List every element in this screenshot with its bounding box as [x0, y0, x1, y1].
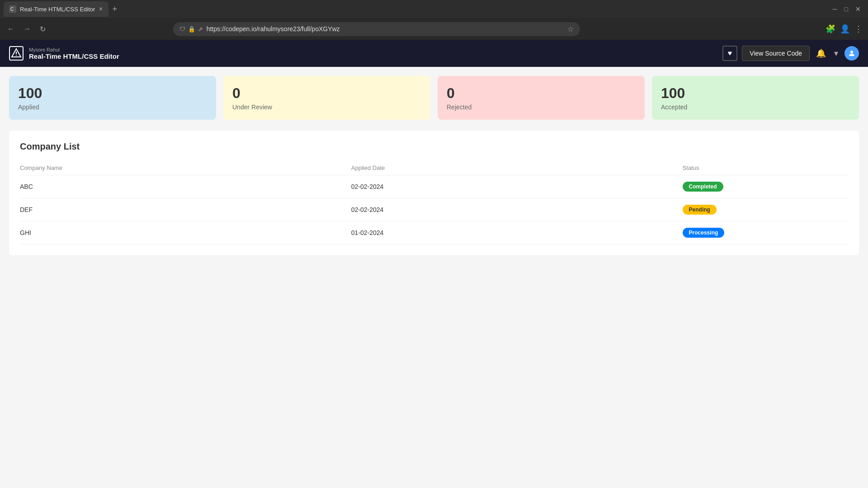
stat-number-2: 0 — [447, 85, 636, 102]
extensions-icon[interactable]: 🧩 — [826, 24, 835, 34]
table-row: GHI 01-02-2024 Processing — [20, 221, 848, 244]
stat-label-1: Under Review — [232, 103, 421, 111]
user-avatar[interactable] — [844, 46, 859, 61]
status-badge-0: Completed — [683, 182, 723, 192]
logo-subtitle: Mysore Rahul — [29, 47, 119, 52]
svg-point-5 — [850, 51, 853, 53]
status-cell-2: Processing — [683, 221, 848, 244]
security-icons: 🛡 🔒 ⇗ — [179, 26, 203, 33]
svg-text:C: C — [10, 7, 14, 12]
col-header-status: Status — [683, 161, 848, 175]
stat-label-2: Rejected — [447, 103, 636, 111]
stats-grid: 100 Applied 0 Under Review 0 Rejected 10… — [9, 76, 859, 120]
stat-label-0: Applied — [18, 103, 207, 111]
applied-date-2: 01-02-2024 — [351, 221, 683, 244]
bookmark-icon[interactable]: ☆ — [567, 25, 574, 33]
lock-icon: 🔒 — [188, 26, 195, 33]
stat-number-3: 100 — [661, 85, 850, 102]
app-header: Mysore Rahul Real-Time HTML/CSS Editor ♥… — [0, 40, 868, 67]
stat-label-3: Accepted — [661, 103, 850, 111]
logo-title: Real-Time HTML/CSS Editor — [29, 52, 119, 60]
toolbar-right: 🧩 👤 ⋮ — [826, 24, 863, 34]
forward-button[interactable]: → — [22, 23, 33, 35]
status-cell-0: Completed — [683, 175, 848, 198]
refresh-button[interactable]: ↻ — [38, 23, 47, 35]
status-cell-1: Pending — [683, 198, 848, 221]
stat-card-under-review: 0 Under Review — [223, 76, 430, 120]
chevron-down-button[interactable]: ▾ — [832, 47, 840, 60]
view-source-button[interactable]: View Source Code — [742, 46, 810, 61]
col-header-name: Company Name — [20, 161, 351, 175]
window-controls: ─ □ ✕ — [833, 5, 864, 13]
profile-icon[interactable]: 👤 — [840, 24, 850, 34]
table-row: DEF 02-02-2024 Pending — [20, 198, 848, 221]
bell-button[interactable]: 🔔 — [814, 47, 828, 60]
url-text: https://codepen.io/rahulmysore23/full/po… — [207, 25, 564, 33]
browser-window: C Real-Time HTML/CSS Editor ✕ + ─ □ ✕ ← … — [0, 0, 868, 488]
status-badge-1: Pending — [683, 205, 717, 215]
company-name-1: DEF — [20, 198, 351, 221]
heart-button[interactable]: ♥ — [722, 46, 738, 61]
share-icon: ⇗ — [198, 26, 203, 33]
close-button[interactable]: ✕ — [855, 5, 861, 13]
applied-date-0: 02-02-2024 — [351, 175, 683, 198]
company-list-title: Company List — [20, 141, 848, 152]
app-logo: Mysore Rahul Real-Time HTML/CSS Editor — [9, 46, 119, 61]
company-name-0: ABC — [20, 175, 351, 198]
status-badge-2: Processing — [683, 228, 725, 238]
logo-text: Mysore Rahul Real-Time HTML/CSS Editor — [29, 47, 119, 60]
stat-card-accepted: 100 Accepted — [652, 76, 859, 120]
tab-group: C Real-Time HTML/CSS Editor ✕ + — [4, 1, 117, 17]
applied-date-1: 02-02-2024 — [351, 198, 683, 221]
new-tab-button[interactable]: + — [112, 5, 117, 14]
stat-number-1: 0 — [232, 85, 421, 102]
maximize-button[interactable]: □ — [844, 5, 848, 13]
col-header-date: Applied Date — [351, 161, 683, 175]
svg-point-4 — [16, 55, 17, 56]
menu-icon[interactable]: ⋮ — [854, 24, 863, 34]
table-row: ABC 02-02-2024 Completed — [20, 175, 848, 198]
header-right: ♥ View Source Code 🔔 ▾ — [722, 46, 859, 61]
back-button[interactable]: ← — [5, 23, 16, 35]
tab-close-button[interactable]: ✕ — [99, 6, 103, 12]
address-bar-row: ← → ↻ 🛡 🔒 ⇗ https://codepen.io/rahulmyso… — [0, 18, 868, 40]
tab-title: Real-Time HTML/CSS Editor — [20, 6, 95, 13]
tab-bar: C Real-Time HTML/CSS Editor ✕ + ─ □ ✕ — [0, 0, 868, 18]
stat-card-rejected: 0 Rejected — [438, 76, 645, 120]
company-list-section: Company List Company Name Applied Date S… — [9, 131, 859, 255]
active-tab[interactable]: C Real-Time HTML/CSS Editor ✕ — [4, 1, 108, 17]
stat-number-0: 100 — [18, 85, 207, 102]
stat-card-applied: 100 Applied — [9, 76, 216, 120]
company-name-2: GHI — [20, 221, 351, 244]
shield-icon: 🛡 — [179, 26, 185, 33]
tab-favicon: C — [9, 5, 16, 13]
company-table: Company Name Applied Date Status ABC 02-… — [20, 161, 848, 244]
minimize-button[interactable]: ─ — [833, 5, 837, 13]
app-content: 100 Applied 0 Under Review 0 Rejected 10… — [0, 67, 868, 488]
address-bar[interactable]: 🛡 🔒 ⇗ https://codepen.io/rahulmysore23/f… — [173, 22, 580, 36]
logo-icon — [9, 46, 24, 61]
